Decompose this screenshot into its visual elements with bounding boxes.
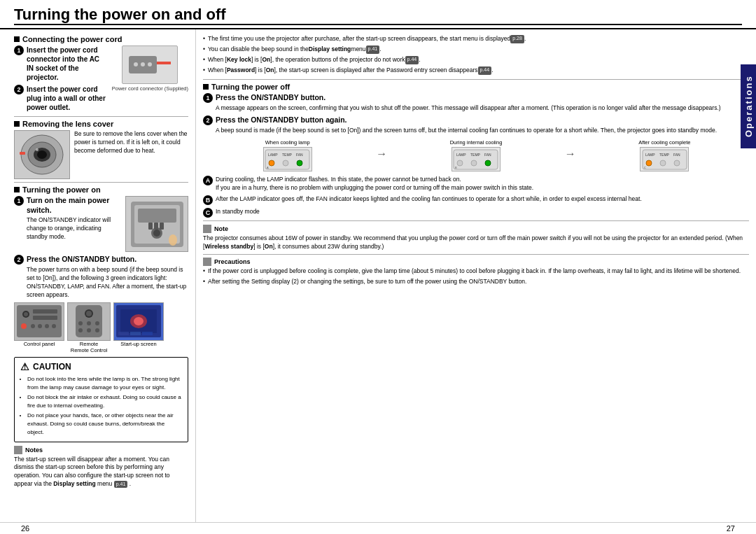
svg-text:TEMP: TEMP (659, 153, 670, 157)
notes-title: Notes (14, 446, 188, 454)
svg-point-32 (86, 311, 92, 316)
square-icon (14, 36, 20, 42)
right-note-section: Note The projector consumes about 16W of… (203, 225, 749, 251)
power-switch-image (125, 196, 188, 252)
svg-point-51 (283, 160, 288, 166)
alpha-c-text: In standby mode (216, 208, 260, 216)
bullet-3: When [Key lock] is [On], the operation b… (203, 56, 749, 64)
section-lens: Removing the lens cover Be sure to (14, 120, 188, 179)
alpha-a-text: During cooling, the LAMP indicator flash… (216, 176, 533, 192)
off-step1-body: A message appears on the screen, confirm… (216, 104, 749, 113)
note-icon-2 (203, 225, 211, 233)
caution-list: Do not look into the lens while the lamp… (20, 375, 182, 437)
page-footer: 26 27 (0, 522, 756, 534)
svg-point-25 (21, 323, 27, 329)
svg-point-59 (471, 160, 477, 166)
svg-point-68 (674, 160, 680, 166)
svg-rect-17 (154, 223, 158, 230)
power-step1-body: The ON/STANDBY indicator will change to … (27, 216, 122, 241)
power-step1: 1 Turn on the main power switch. (14, 196, 122, 215)
svg-point-15 (153, 230, 160, 237)
svg-point-66 (646, 160, 652, 166)
page-num-right: 27 (727, 524, 735, 533)
svg-text:FAN: FAN (484, 153, 491, 157)
precautions-title: Precautions (203, 258, 749, 266)
cooling-label-b: During internal cooling (450, 139, 503, 146)
power-step2: 2 Press the ON/STANDBY button. (14, 255, 188, 265)
svg-text:LAMP: LAMP (456, 153, 466, 157)
section-header-poweroff: Turning the power off (203, 83, 749, 91)
page-num-left: 26 (21, 524, 29, 533)
svg-point-60 (485, 160, 491, 166)
cooling-img-c: LAMP TEMP FAN C (640, 147, 689, 171)
control-images: Control panel (14, 302, 188, 353)
bullet-2: You can disable the beep sound in the Di… (203, 45, 749, 54)
svg-rect-13 (138, 209, 176, 223)
svg-point-26 (31, 324, 35, 328)
ref-p44b: p.44 (478, 66, 492, 75)
svg-rect-10 (20, 152, 25, 155)
circle-p1: 1 (14, 196, 24, 206)
svg-point-28 (45, 324, 49, 328)
alpha-label-b: B (203, 195, 213, 205)
bullet-4: When [Password] is [On], the start-up sc… (203, 66, 749, 75)
square-icon-3 (14, 187, 20, 192)
notes-section: Notes The start-up screen will disappear… (14, 446, 188, 489)
cooling-b: During internal cooling LAMP TEMP FAN B (391, 139, 560, 171)
section-power-off: Turning the power off 1 Press the ON/STA… (203, 83, 749, 136)
svg-text:LAMP: LAMP (268, 153, 278, 157)
right-note-body: The projector consumes about 16W of powe… (203, 234, 749, 251)
operations-tab: Operations (741, 64, 756, 148)
cooling-diagram: When cooling lamp LAMP TEMP FAN A (203, 139, 749, 171)
off-step1: 1 Press the ON/STANDBY button. (203, 93, 749, 103)
section-connecting: Connecting the power cord 1 Insert the p… (14, 35, 188, 113)
lens-body: Be sure to remove the lens cover when th… (74, 130, 188, 155)
svg-text:A: A (267, 166, 269, 169)
svg-rect-18 (160, 223, 164, 230)
svg-text:B: B (455, 166, 457, 169)
alpha-a: A During cooling, the LAMP indicator fla… (203, 176, 749, 192)
arrow-ab: → (376, 139, 387, 160)
right-column: The first time you use the projector aft… (196, 29, 756, 522)
svg-point-3 (141, 62, 145, 66)
svg-point-37 (87, 328, 91, 332)
img-caption: Power cord connector (Supplied) (112, 85, 188, 92)
ref-p41: p.41 (114, 481, 128, 488)
page-title: Turning the power on and off (14, 6, 742, 25)
lens-image (14, 130, 70, 179)
svg-point-35 (95, 321, 99, 325)
alpha-label-c: C (203, 208, 213, 218)
svg-rect-1 (157, 62, 171, 64)
caution-box: ⚠ CAUTION Do not look into the lens whil… (14, 357, 188, 442)
circle-1: 1 (14, 45, 24, 55)
cooling-img-b: LAMP TEMP FAN B (451, 147, 500, 171)
remote-label: Remote (80, 341, 98, 347)
main-content: Connecting the power cord 1 Insert the p… (0, 29, 756, 522)
svg-point-36 (78, 328, 83, 332)
svg-point-52 (297, 160, 302, 166)
warning-icon: ⚠ (20, 361, 29, 372)
control-panel-img (14, 302, 64, 341)
startup-label: Start-up screen (120, 341, 156, 347)
circle-2: 2 (14, 85, 24, 94)
section-header-lens: Removing the lens cover (14, 120, 188, 128)
cooling-img-a: LAMP TEMP FAN A (263, 147, 312, 171)
square-icon-2 (14, 121, 20, 127)
bullet-1: The first time you use the projector aft… (203, 35, 749, 43)
note-icon (14, 446, 22, 454)
svg-point-22 (24, 312, 28, 316)
precaution-2: After setting the Setting display (2) or… (203, 278, 749, 286)
svg-rect-16 (148, 223, 153, 230)
remote-label2: Remote Control (71, 347, 108, 353)
arrow-bc: → (565, 139, 576, 160)
left-column: Connecting the power cord 1 Insert the p… (0, 29, 196, 522)
svg-point-67 (660, 160, 666, 166)
svg-point-4 (148, 62, 152, 66)
remote-img (67, 302, 111, 341)
svg-rect-24 (33, 316, 57, 320)
alpha-b: B After the LAMP indicator goes off, the… (203, 195, 749, 205)
alpha-c: C In standby mode (203, 208, 749, 218)
section-header-connecting: Connecting the power cord (14, 35, 188, 43)
cooling-a: When cooling lamp LAMP TEMP FAN A (203, 139, 372, 171)
circle-p2: 2 (14, 255, 24, 265)
